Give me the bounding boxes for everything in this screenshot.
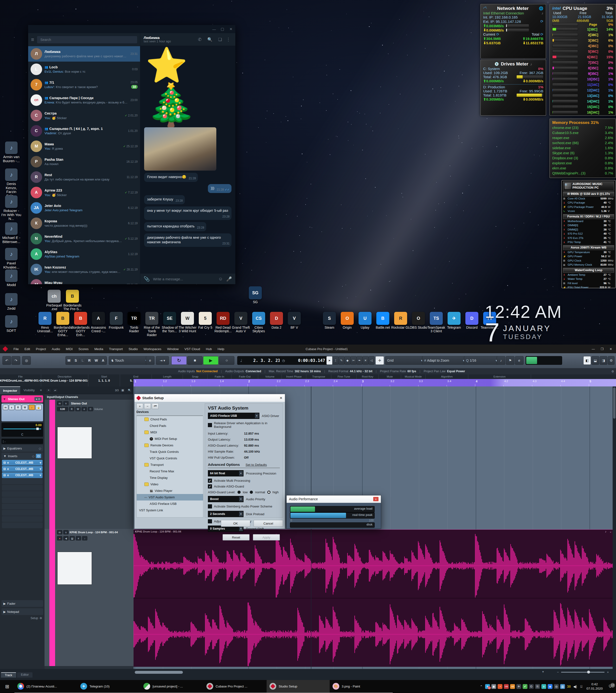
tree-item-midi[interactable]: MIDI (137, 429, 203, 436)
tree-item-vst-quick-controls[interactable]: VST Quick Controls (137, 455, 203, 461)
tab-track[interactable]: Track (1, 672, 16, 678)
record-latency-checkbox[interactable] (208, 519, 212, 523)
h-scrollbar[interactable] (135, 671, 183, 674)
stop-button[interactable]: ■ (187, 356, 203, 365)
hamburger-icon[interactable]: ≡ (31, 37, 34, 43)
tree-item-video[interactable]: Video (137, 481, 203, 488)
automation-mode-select[interactable]: ♞Touch ▾ (109, 356, 149, 365)
telegram-tray-icon[interactable]: ✈10 (484, 684, 491, 689)
chat-list-item[interactable]: IKIvan KozorezYou: или может посоветуешь… (28, 262, 140, 277)
menu-project[interactable]: Project (33, 347, 49, 351)
play-button[interactable]: ▶ (203, 356, 218, 365)
globe-icon[interactable]: 🌐 (539, 6, 543, 11)
menu-vst-cloud[interactable]: VST Cloud (182, 347, 203, 351)
auto-A[interactable]: A (100, 358, 106, 362)
close-icon[interactable]: x (373, 497, 378, 501)
tree-item-video-player[interactable]: 🎬Video Player (137, 488, 203, 494)
desktop-icon[interactable]: ♪SOFT (1, 315, 22, 333)
chat-list-item[interactable]: RRestДа тут либо смириться на время или … (28, 170, 140, 185)
layout-lower-button[interactable]: ⬓ (592, 356, 599, 365)
snap-button[interactable]: ✛ (375, 356, 384, 365)
desktop-icon[interactable]: WThe Witcher 3 Wild Hunt (178, 312, 197, 333)
emoji-icon[interactable]: ☺ (218, 276, 223, 281)
menu-media[interactable]: Media (92, 347, 106, 351)
desktop-icon[interactable]: SGSG (246, 286, 265, 304)
insert-slot-empty[interactable] (2, 510, 43, 516)
insert-slot[interactable]: ⊟eCELEST...MB▾ (2, 460, 43, 466)
mute-button[interactable]: m (57, 401, 62, 405)
volume-icon[interactable]: ◀) (572, 685, 578, 689)
v-scrollbar[interactable] (613, 387, 616, 669)
bypass-inserts-button[interactable]: ⊡ (36, 454, 41, 458)
disk-preload-stepper[interactable]: 2 Seconds⇕ (208, 511, 243, 517)
infoline-column[interactable]: DescriptionKPHE Drum Loop - 124 BPM-001-… (41, 374, 88, 387)
eset-status-icon[interactable]: ✔ (522, 684, 528, 689)
play-tool-tool[interactable]: ◁ (369, 356, 375, 365)
desktop-icon[interactable]: UUplay (356, 312, 374, 330)
desktop-icon[interactable]: ♪Armin van Buuren -... (1, 141, 22, 163)
position-display[interactable]: ♩2. 3. 2. 21 (237, 356, 283, 365)
tab-inspector[interactable]: Inspector (0, 387, 20, 394)
precision-select[interactable]: 64 bit float▾ (208, 470, 243, 476)
attach-icon[interactable]: 📎 (144, 276, 150, 282)
tree-item-vst-system-link[interactable]: VST System Link (137, 507, 203, 514)
notification-button[interactable]: 🗩 17 (605, 684, 616, 689)
cycle-button[interactable]: ↻ (171, 356, 187, 365)
zoom-slider[interactable]: − + (557, 670, 609, 674)
desktop-icon[interactable]: RRockstar GL (391, 312, 410, 330)
freeze-button[interactable]: © (88, 407, 93, 411)
insert-slot[interactable]: ⊟eCELEST...MB▾ (2, 472, 43, 478)
track-image-box[interactable] (57, 552, 92, 585)
asio-driver-select[interactable]: ASIO Fireface USB▾ (208, 413, 259, 419)
minimize-icon[interactable]: — (212, 27, 216, 31)
dropbox-icon[interactable]: ◈ (547, 684, 553, 689)
desktop-icon[interactable]: BBorderlands GOTY Enha... (54, 312, 72, 337)
desktop-icon[interactable]: CSCities Skylines (249, 312, 268, 333)
automation-buttons[interactable]: MSLRWA (65, 356, 107, 365)
photo-message[interactable] (144, 127, 216, 171)
insert-slot-empty[interactable] (2, 497, 43, 503)
draw-tool[interactable]: ✎ (338, 356, 344, 365)
setup-gear-icon[interactable]: ⚙ (608, 356, 615, 365)
tree-item-track-quick-controls[interactable]: Track Quick Controls (137, 449, 203, 455)
menu-workspaces[interactable]: Workspaces (141, 347, 164, 351)
reset-device-button[interactable]: ⏮ (152, 403, 159, 409)
chat-list-item[interactable]: ААртем 223You: 🥳 Sticker✓ 7.12.19 (28, 185, 140, 200)
record-arm-button[interactable]: ● (57, 536, 62, 540)
search-input[interactable]: Search (37, 36, 137, 43)
eq-curve-icon[interactable]: ◇ (39, 447, 41, 450)
chat-list-item[interactable]: JAJeter AvioJeter Avio joined Telegram6.… (28, 200, 140, 216)
menu-midi[interactable]: MIDI (63, 347, 76, 351)
auto-L[interactable]: L (79, 358, 86, 362)
desktop-icon[interactable]: ✈Telegram (445, 312, 463, 330)
tab-menu-icon[interactable]: ≡ (38, 387, 44, 394)
mute-button[interactable]: m (3, 405, 8, 410)
musical-mode-button[interactable]: ♪ (28, 405, 35, 410)
insert-slot-empty[interactable] (2, 491, 43, 497)
tree-item-transport[interactable]: Transport (137, 461, 203, 468)
chat-list-item[interactable]: ККоровачисто джазовое под вечер)))6.12.1… (28, 216, 140, 231)
desktop-icon[interactable]: OOBS Studio (409, 312, 428, 330)
read-button[interactable]: R (69, 407, 74, 411)
note-icon[interactable]: ♪ (82, 536, 87, 540)
chat-list-item[interactable]: СП👥Саларьево Парк | СоседиЕлена: Кто буд… (28, 93, 140, 108)
start-button[interactable]: ⊞ (0, 684, 15, 689)
edit-button[interactable]: e (82, 407, 87, 411)
grid-select[interactable]: #Adapt to Zoom▾ (422, 356, 467, 365)
notepad-section[interactable]: ▶Notepad (1, 608, 43, 615)
speedtest-icon[interactable]: ◔ (497, 684, 503, 689)
chat-list-item[interactable]: ССестраYou: 🥳 Sticker✓ 2.01.20 (28, 108, 140, 123)
taskbar-app[interactable]: ✈Telegram (10) (78, 680, 141, 693)
zoom-preset-icon[interactable]: ▾ (542, 670, 544, 674)
insert-slot-empty[interactable] (2, 485, 43, 491)
fader-section[interactable]: ▶Fader (1, 600, 43, 607)
taskbar-clock[interactable]: 0:4207.01.2020 (584, 682, 605, 691)
insert-slot-empty[interactable] (2, 516, 43, 522)
tree-item-chord-pads[interactable]: Chord Pads (137, 416, 203, 422)
tray-expand-icon[interactable]: ⌃ (478, 685, 484, 689)
cancel-button[interactable]: Cancel (254, 520, 283, 527)
insert-slot-empty[interactable] (2, 479, 43, 484)
layout-right-button[interactable]: ◨ (600, 356, 607, 365)
track-list-settings[interactable]: ▤ (120, 388, 125, 393)
desktop-icon[interactable]: ♪Michael E - Bitterswe... (1, 222, 22, 244)
